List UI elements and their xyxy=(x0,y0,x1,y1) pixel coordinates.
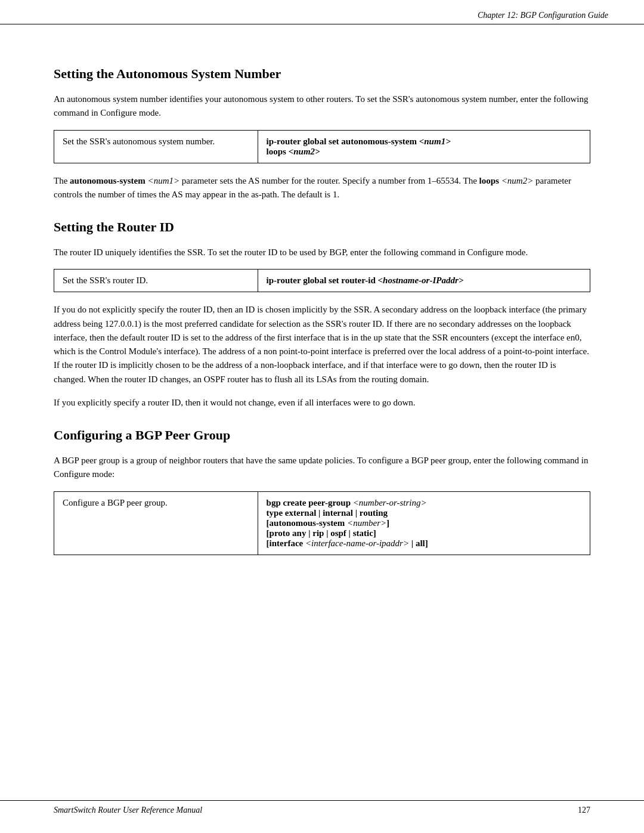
table-autonomous-system: Set the SSR's autonomous system number. … xyxy=(54,130,590,163)
cmd-line-5: [interface <interface-name-or-ipaddr> | … xyxy=(267,538,581,549)
table-row: Set the SSR's autonomous system number. … xyxy=(54,130,590,163)
cmd-router-id: ip-router global set router-id <hostname… xyxy=(267,275,464,285)
description-text: Set the SSR's autonomous system number. xyxy=(63,137,215,146)
footer-manual-title: SmartSwitch Router User Reference Manual xyxy=(54,806,202,815)
description-text: Configure a BGP peer group. xyxy=(63,498,168,507)
cmd-line-3: [autonomous-system <number>] xyxy=(267,518,581,528)
intro-bgp-peer-group: A BGP peer group is a group of neighbor … xyxy=(54,454,590,482)
page-header: Chapter 12: BGP Configuration Guide xyxy=(0,0,644,24)
chapter-title: Chapter 12: BGP Configuration Guide xyxy=(478,11,608,20)
cmd-param-num2: <num2> xyxy=(289,147,320,156)
body-router-id-2: If you explicitly specify a router ID, t… xyxy=(54,396,590,410)
table-row: Configure a BGP peer group. bgp create p… xyxy=(54,491,590,555)
page-footer: SmartSwitch Router User Reference Manual… xyxy=(0,800,644,815)
table-cell-command: ip-router global set autonomous-system <… xyxy=(258,130,590,163)
table-cell-description: Configure a BGP peer group. xyxy=(54,491,258,555)
content-area: Setting the Autonomous System Number An … xyxy=(0,24,644,590)
description-text: Set the SSR's router ID. xyxy=(63,275,148,285)
cmd-line-4: [proto any | rip | ospf | static] xyxy=(267,528,581,538)
page-container: Chapter 12: BGP Configuration Guide Sett… xyxy=(0,0,644,833)
cmd-text-2: loops <num2> xyxy=(267,147,320,156)
section-autonomous-system: Setting the Autonomous System Number An … xyxy=(54,66,590,202)
heading-router-id: Setting the Router ID xyxy=(54,219,590,235)
cmd-line-1: bgp create peer-group <number-or-string> xyxy=(267,498,581,508)
section-bgp-peer-group: Configuring a BGP Peer Group A BGP peer … xyxy=(54,428,590,555)
heading-bgp-peer-group: Configuring a BGP Peer Group xyxy=(54,428,590,443)
body-router-id-1: If you do not explicitly specify the rou… xyxy=(54,303,590,386)
cmd-text-1: ip-router global set autonomous-system <… xyxy=(267,137,451,146)
intro-router-id: The router ID uniquely identifies the SS… xyxy=(54,246,590,259)
cmd-line-2: type external | internal | routing xyxy=(267,508,581,518)
footer-page-number: 127 xyxy=(578,806,590,815)
table-cell-command: ip-router global set router-id <hostname… xyxy=(258,270,590,292)
table-cell-command: bgp create peer-group <number-or-string>… xyxy=(258,491,590,555)
table-cell-description: Set the SSR's autonomous system number. xyxy=(54,130,258,163)
table-bgp-peer-group: Configure a BGP peer group. bgp create p… xyxy=(54,491,590,555)
section-router-id: Setting the Router ID The router ID uniq… xyxy=(54,219,590,410)
intro-autonomous-system: An autonomous system number identifies y… xyxy=(54,92,590,120)
body-autonomous-system: The autonomous-system <num1> parameter s… xyxy=(54,174,590,202)
table-row: Set the SSR's router ID. ip-router globa… xyxy=(54,270,590,292)
cmd-param-num1: <num1> xyxy=(419,137,451,146)
table-cell-description: Set the SSR's router ID. xyxy=(54,270,258,292)
table-router-id: Set the SSR's router ID. ip-router globa… xyxy=(54,269,590,292)
heading-autonomous-system: Setting the Autonomous System Number xyxy=(54,66,590,82)
